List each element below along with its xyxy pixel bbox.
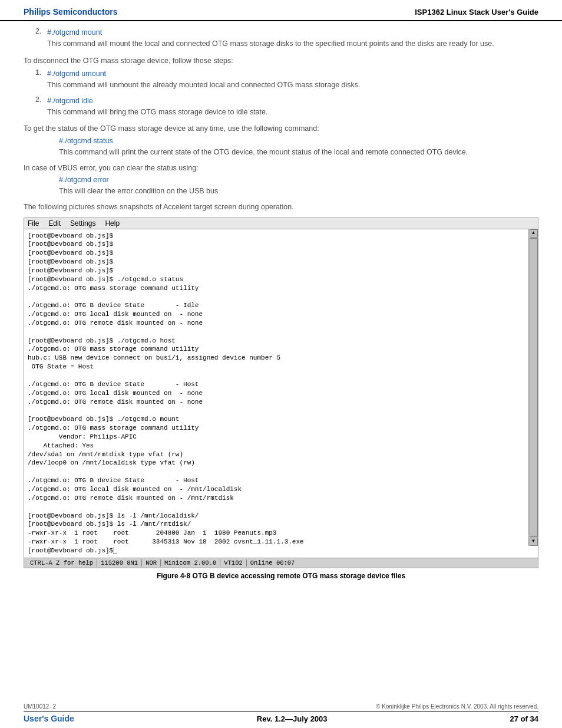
vbus-block: #./otgcmd error This will clear the erro…	[59, 174, 538, 197]
rev-label: Rev. 1.2—July 2003	[257, 714, 328, 723]
idle-item-content: #./otgcmd idle This command will bring t…	[47, 95, 538, 118]
idle-code: #./otgcmd idle	[47, 95, 538, 107]
terminal-body: [root@Devboard ob.js]$ [root@Devboard ob…	[24, 229, 538, 558]
status-vt: VT102	[220, 559, 247, 566]
umount-desc: This command will unmount the already mo…	[47, 80, 538, 91]
figure-caption: Figure 4-8 OTG B device accessing remote…	[24, 572, 538, 580]
vbus-desc: This will clear the error condition on t…	[59, 186, 538, 197]
page-footer: UM10012- 2 © Koninklijke Philips Electro…	[0, 700, 562, 728]
guide-label: User's Guide	[24, 714, 74, 723]
tline-11: ./otgcmd.o: OTG remote disk mounted on -…	[28, 319, 523, 328]
tline-18: ./otgcmd.o: OTG B device State - Host	[28, 380, 523, 389]
status-minicom: Minicom 2.00.0	[161, 559, 220, 566]
doc-title: ISP1362 Linux Stack User's Guide	[415, 8, 538, 17]
company-name: Philips Semiconductors	[24, 7, 117, 17]
terminal-statusbar: CTRL-A Z for help 115200 8N1 NOR Minicom…	[24, 558, 538, 568]
idle-desc: This command will bring the OTG mass sto…	[47, 107, 538, 118]
tline-36: -rwxr-xr-x 1 root root 3345313 Nov 18 20…	[28, 538, 523, 546]
status-baud: 115200 8N1	[97, 559, 142, 566]
tline-28	[28, 467, 523, 476]
tline-32	[28, 503, 523, 512]
tline-21	[28, 406, 523, 415]
idle-item: 2. #./otgcmd idle This command will brin…	[35, 95, 538, 118]
disconnect-heading: To disconnect the OTG mass storage devic…	[24, 55, 538, 67]
item-num-2: 2.	[35, 27, 47, 50]
tline-7: ./otgcmd.o: OTG mass storage command uti…	[28, 284, 523, 293]
umount-code: #./otgcmd umount	[47, 68, 538, 80]
tline-14: ./otgcmd.o: OTG mass storage command uti…	[28, 345, 523, 354]
terminal-window: File Edit Settings Help [root@Devboard o…	[24, 218, 538, 568]
tline-27: /dev/loop0 on /mnt/localdisk type vfat (…	[28, 459, 523, 467]
tline-33: [root@Devboard ob.js]$ ls -l /mnt/locald…	[28, 512, 523, 521]
scroll-up-arrow[interactable]: ▲	[530, 229, 538, 238]
terminal-content: [root@Devboard ob.js]$ [root@Devboard ob…	[28, 232, 534, 555]
tline-31: ./otgcmd.o: OTG remote disk mounted on -…	[28, 494, 523, 503]
copyright: © Koninklijke Philips Electronics N.V. 2…	[376, 703, 538, 710]
tline-1: [root@Devboard ob.js]$	[28, 232, 523, 241]
tline-9: ./otgcmd.o: OTG B device State - Idle	[28, 301, 523, 310]
tline-15: hub.c: USB new device connect on bus1/1,…	[28, 354, 523, 363]
tline-30: ./otgcmd.o: OTG local disk mounted on - …	[28, 485, 523, 494]
tline-34: [root@Devboard ob.js]$ ls -l /mnt/rmtdis…	[28, 520, 523, 529]
tline-35: -rwxr-xr-x 1 root root 204800 Jan 1 1980…	[28, 529, 523, 538]
footer-bottom: User's Guide Rev. 1.2—July 2003 27 of 34	[24, 711, 538, 723]
tline-13: [root@Devboard ob.js]$ ./otgcmd.o host	[28, 337, 523, 345]
tline-19: ./otgcmd.o: OTG local disk mounted on - …	[28, 389, 523, 398]
umount-item-content: #./otgcmd umount This command will unmou…	[47, 68, 538, 91]
tline-12	[28, 328, 523, 337]
tline-37: [root@Devboard ob.js]$█	[28, 546, 523, 555]
umount-num: 1.	[35, 68, 47, 91]
mount-desc: This command will mount the local and co…	[47, 38, 538, 50]
tline-20: ./otgcmd.o: OTG remote disk mounted on -…	[28, 398, 523, 407]
tline-5: [root@Devboard ob.js]$	[28, 266, 523, 275]
menu-edit[interactable]: Edit	[48, 219, 61, 228]
tline-17	[28, 371, 523, 380]
tline-8	[28, 292, 523, 301]
mount-item: 2. #./otgcmd mount This command will mou…	[35, 27, 538, 50]
status-heading: To get the status of the OTG mass storag…	[24, 123, 538, 134]
status-block: #./otgcmd status This command will print…	[59, 136, 538, 158]
status-code: #./otgcmd status	[59, 136, 538, 147]
snapshot-intro: The following pictures shows snapshots o…	[24, 202, 538, 213]
tline-22: [root@Devboard ob.js]$ ./otgcmd.o mount	[28, 415, 523, 424]
tline-23: ./otgcmd.o: OTG mass storage command uti…	[28, 424, 523, 433]
menu-help[interactable]: Help	[105, 219, 120, 228]
mount-item-content: #./otgcmd mount This command will mount …	[47, 27, 538, 50]
page-wrapper: Philips Semiconductors ISP1362 Linux Sta…	[0, 0, 562, 728]
tline-16: OTG State = Host	[28, 363, 523, 371]
tline-29: ./otgcmd.o: OTG B device State - Host	[28, 476, 523, 485]
tline-25: Attached: Yes	[28, 442, 523, 450]
tline-4: [root@Devboard ob.js]$	[28, 258, 523, 266]
status-help: CTRL-A Z for help	[27, 559, 97, 566]
status-desc: This command will print the current stat…	[59, 147, 538, 158]
terminal-scrollbar[interactable]: ▲ ▼	[528, 229, 538, 546]
status-nor: NOR	[142, 559, 161, 566]
tline-10: ./otgcmd.o: OTG local disk mounted on - …	[28, 310, 523, 319]
scroll-down-arrow[interactable]: ▼	[530, 538, 538, 546]
main-content: 2. #./otgcmd mount This command will mou…	[0, 21, 562, 601]
tline-3: [root@Devboard ob.js]$	[28, 249, 523, 258]
doc-id: UM10012- 2	[24, 703, 56, 710]
menu-settings[interactable]: Settings	[70, 219, 95, 228]
vbus-code: #./otgcmd error	[59, 174, 538, 186]
umount-item: 1. #./otgcmd umount This command will un…	[35, 68, 538, 91]
status-online: Online 00:07	[247, 559, 299, 566]
mount-code: #./otgcmd mount	[47, 27, 538, 38]
tline-2: [root@Devboard ob.js]$	[28, 240, 523, 249]
vbus-heading: In case of VBUS error, you can clear the…	[24, 163, 538, 174]
terminal-menubar: File Edit Settings Help	[24, 218, 538, 229]
page-number: 27 of 34	[510, 714, 538, 723]
tline-6: [root@Devboard ob.js]$ ./otgcmd.o status	[28, 275, 523, 284]
footer-top: UM10012- 2 © Koninklijke Philips Electro…	[24, 703, 538, 710]
idle-num: 2.	[35, 95, 47, 118]
tline-24: Vendor: Philips-APIC	[28, 433, 523, 442]
menu-file[interactable]: File	[28, 219, 39, 228]
page-header: Philips Semiconductors ISP1362 Linux Sta…	[0, 0, 562, 21]
tline-26: /dev/sda1 on /mnt/rmtdisk type vfat (rw)	[28, 450, 523, 459]
scroll-thumb[interactable]	[530, 238, 538, 537]
